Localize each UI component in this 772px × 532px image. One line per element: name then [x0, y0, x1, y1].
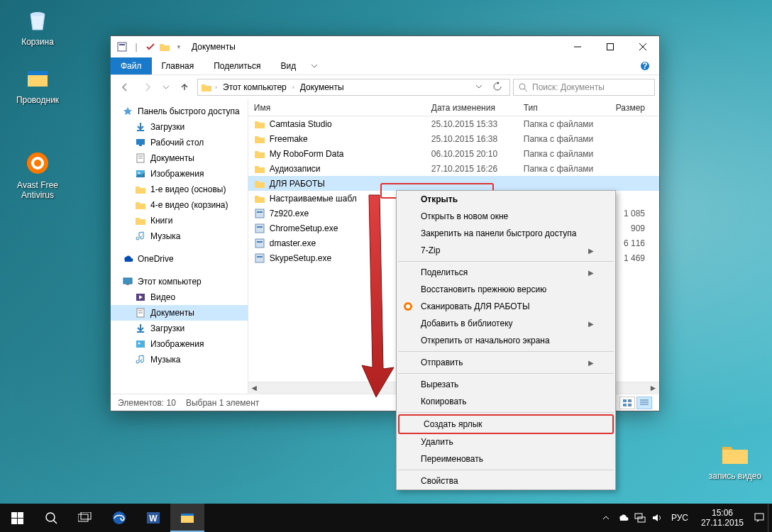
ctx-item[interactable]: Переименовать: [397, 450, 615, 467]
col-name[interactable]: Имя: [248, 103, 426, 113]
help-icon[interactable]: ?: [636, 57, 654, 74]
maximize-button[interactable]: [594, 36, 627, 57]
file-row[interactable]: Аудиозаписи27.10.2015 16:26Папка с файла…: [248, 161, 659, 176]
tab-view[interactable]: Вид: [270, 57, 306, 74]
up-button[interactable]: [175, 79, 194, 96]
nav-onedrive[interactable]: OneDrive: [111, 251, 248, 267]
ctx-item[interactable]: Вырезать: [397, 376, 615, 393]
file-row[interactable]: ДЛЯ РАБОТЫ: [248, 176, 659, 191]
ctx-item[interactable]: Открыть: [397, 191, 615, 208]
scroll-right-icon[interactable]: ►: [647, 382, 659, 394]
chevron-right-icon: ▶: [588, 269, 594, 277]
folder-icon: [254, 118, 265, 130]
back-button[interactable]: [115, 79, 135, 96]
ctx-item[interactable]: Удалить: [397, 433, 615, 450]
tray-network-icon[interactable]: [632, 504, 649, 532]
nav-music[interactable]: Музыка: [111, 228, 248, 244]
close-button[interactable]: [627, 36, 659, 57]
word-button[interactable]: W: [136, 504, 170, 532]
nav-video4[interactable]: 4-е видео (корзина): [111, 197, 248, 213]
nav-books[interactable]: Книги: [111, 213, 248, 228]
tray-up-icon[interactable]: [597, 504, 614, 532]
ctx-item[interactable]: Сканировать ДЛЯ РАБОТЫ: [397, 298, 615, 315]
breadcrumb-docs[interactable]: Документы: [297, 82, 347, 92]
nav-downloads-pc[interactable]: Загрузки: [111, 321, 248, 336]
nav-desktop[interactable]: Рабочий стол: [111, 135, 248, 150]
refresh-icon[interactable]: [488, 82, 507, 94]
ctx-item[interactable]: Открепить от начального экрана: [397, 332, 615, 349]
status-selection: Выбран 1 элемент: [186, 398, 259, 408]
titlebar[interactable]: | ▼ Документы: [111, 36, 659, 57]
avast-icon[interactable]: Avast Free Antivirus: [11, 149, 65, 201]
checkmark-icon[interactable]: [145, 41, 156, 52]
explorer-shortcut-icon[interactable]: Проводник: [11, 64, 65, 105]
nav-downloads[interactable]: Загрузки: [111, 119, 248, 135]
ribbon-expand-icon[interactable]: [306, 57, 323, 74]
forward-button[interactable]: [138, 79, 158, 96]
tab-file[interactable]: Файл: [111, 57, 152, 74]
chevron-right-icon[interactable]: ›: [292, 84, 294, 91]
ctx-item[interactable]: Поделиться▶: [397, 264, 615, 281]
search-button[interactable]: [34, 504, 68, 532]
tray-volume-icon[interactable]: [649, 504, 666, 532]
ctx-item[interactable]: Свойства: [397, 472, 615, 489]
nav-quick-access[interactable]: Панель быстрого доступа: [111, 104, 248, 119]
ctx-item[interactable]: Закрепить на панели быстрого доступа: [397, 225, 615, 242]
tray-onedrive-icon[interactable]: [614, 504, 632, 532]
nav-video1[interactable]: 1-е видео (основы): [111, 182, 248, 197]
file-row[interactable]: My RoboForm Data06.10.2015 20:10Папка с …: [248, 146, 659, 161]
recycle-bin-icon[interactable]: Корзина: [11, 6, 65, 47]
ctx-item[interactable]: Создать ярлык: [399, 416, 612, 433]
svg-point-14: [519, 84, 525, 89]
search-input[interactable]: Поиск: Документы: [513, 79, 655, 96]
action-center-icon[interactable]: [751, 504, 768, 532]
folder-record-video[interactable]: запись видео: [708, 440, 762, 481]
tab-home[interactable]: Главная: [152, 57, 204, 74]
explorer-taskbar-button[interactable]: [170, 504, 204, 532]
nav-this-pc[interactable]: Этот компьютер: [111, 274, 248, 289]
col-date[interactable]: Дата изменения: [426, 103, 518, 113]
col-type[interactable]: Тип: [518, 103, 610, 113]
folder-icon: [254, 133, 265, 145]
ctx-item[interactable]: Восстановить прежнюю версию: [397, 281, 615, 298]
col-size[interactable]: Размер: [610, 103, 659, 113]
breadcrumb-pc[interactable]: Этот компьютер: [220, 82, 290, 92]
show-desktop-button[interactable]: [768, 504, 772, 532]
clock[interactable]: 15:0627.11.2015: [694, 508, 751, 528]
ctx-item[interactable]: Добавить в библиотеку▶: [397, 315, 615, 332]
lang-indicator[interactable]: РУС: [666, 513, 694, 523]
history-dropdown-icon[interactable]: [160, 79, 172, 96]
minimize-button[interactable]: [561, 36, 594, 57]
addr-dropdown-icon[interactable]: [473, 82, 485, 92]
nav-documents[interactable]: Документы: [111, 150, 248, 166]
chevron-right-icon[interactable]: ›: [215, 84, 217, 91]
folder-qat-icon[interactable]: [159, 41, 170, 52]
qat-dropdown-icon[interactable]: ▼: [173, 41, 184, 52]
context-menu: ОткрытьОткрыть в новом окнеЗакрепить на …: [396, 190, 616, 490]
nav-videos[interactable]: Видео: [111, 289, 248, 305]
ctx-item[interactable]: Копировать: [397, 393, 615, 410]
chevron-right-icon: ▶: [588, 359, 594, 367]
ctx-item[interactable]: Отправить▶: [397, 354, 615, 371]
task-view-button[interactable]: [68, 504, 102, 532]
props-icon[interactable]: [116, 41, 128, 52]
navigation-pane: Панель быстрого доступа Загрузки Рабочий…: [111, 99, 248, 394]
ctx-item[interactable]: 7-Zip▶: [397, 242, 615, 259]
nav-pictures[interactable]: Изображения: [111, 166, 248, 182]
svg-line-15: [524, 89, 527, 92]
scroll-left-icon[interactable]: ◄: [248, 382, 260, 394]
start-button[interactable]: [0, 504, 34, 532]
folder-icon: [254, 193, 265, 204]
address-field[interactable]: › Этот компьютер › Документы: [197, 79, 510, 96]
view-large-button[interactable]: [619, 397, 635, 409]
nav-music-pc[interactable]: Музыка: [111, 352, 248, 367]
nav-pictures-pc[interactable]: Изображения: [111, 336, 248, 352]
svg-rect-24: [123, 278, 132, 284]
edge-button[interactable]: [102, 504, 136, 532]
ctx-item[interactable]: Открыть в новом окне: [397, 208, 615, 225]
file-row[interactable]: Camtasia Studio25.10.2015 15:33Папка с ф…: [248, 116, 659, 131]
tab-share[interactable]: Поделиться: [204, 57, 270, 74]
nav-documents-pc[interactable]: Документы: [111, 305, 248, 321]
view-details-button[interactable]: [636, 397, 652, 409]
file-row[interactable]: Freemake25.10.2015 16:38Папка с файлами: [248, 131, 659, 146]
